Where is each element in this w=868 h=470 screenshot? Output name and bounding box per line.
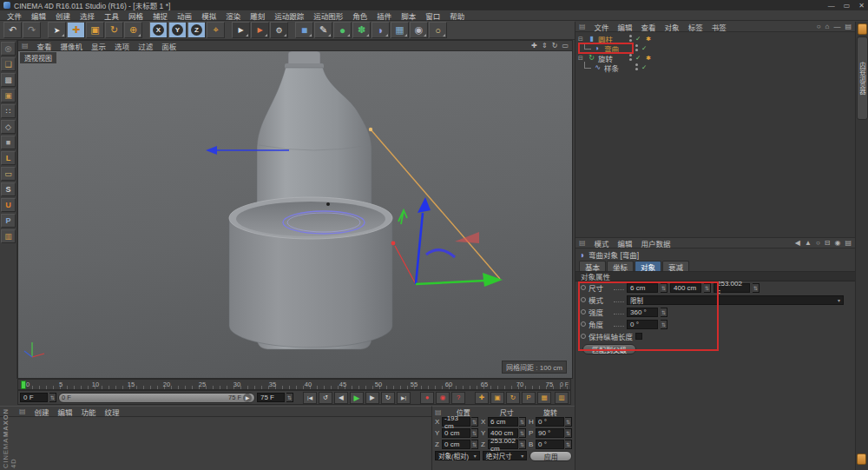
menu-window[interactable]: 窗口 <box>425 10 440 21</box>
perspective-viewport[interactable]: ▤ 查看 摄像机 显示 选项 过滤 面板 ✚ ⇕ ↻ ▭ 透视视图 <box>17 40 573 379</box>
object-row-cylinder[interactable]: ⊟ ▮ 圆柱 ✓ ✱ <box>575 34 855 43</box>
vp-menu-cameras[interactable]: 摄像机 <box>61 41 83 51</box>
timeline-ruler[interactable]: 0 5 10 15 20 25 30 35 40 45 50 55 60 65 … <box>17 379 571 390</box>
menu-create[interactable]: 创建 <box>56 10 70 21</box>
om-menu-tags[interactable]: 标签 <box>688 22 703 32</box>
size-x-field[interactable]: 6 cm <box>488 417 518 427</box>
play-backwards-button[interactable]: ↺ <box>319 392 332 404</box>
spline-pen-button[interactable]: ✎ <box>314 22 332 38</box>
goto-end-button[interactable]: ▶| <box>397 392 411 404</box>
mat-menu-function[interactable]: 功能 <box>82 407 96 417</box>
timeline-range-slider[interactable]: 0 F 75 F ▶ <box>58 393 255 403</box>
y-axis-lock[interactable]: Y <box>168 22 187 38</box>
goto-start-button[interactable]: |◀ <box>303 392 317 404</box>
texture-mode-button[interactable]: ▩ <box>1 73 16 87</box>
search-icon[interactable]: ○ <box>816 239 820 247</box>
pin-icon[interactable]: ◉ <box>834 239 840 247</box>
x-axis-handle[interactable] <box>395 246 416 284</box>
om-menu-view[interactable]: 查看 <box>641 22 656 32</box>
scale-tool[interactable]: ▣ <box>86 22 104 38</box>
start-frame-stepper[interactable]: ⇅ <box>49 393 56 402</box>
record-keyframe-button[interactable]: ● <box>420 392 434 404</box>
workplane-button[interactable]: P <box>1 214 16 228</box>
layers-tab-icon[interactable] <box>858 23 867 35</box>
render-region-button[interactable]: ▶ <box>251 22 269 38</box>
key-rotation-toggle[interactable]: ↻ <box>506 392 520 404</box>
object-name[interactable]: 样条 <box>604 63 627 73</box>
close-button[interactable]: ✕ <box>858 2 865 10</box>
size-y-field[interactable]: 400 cm <box>670 283 701 293</box>
redo-button[interactable]: ↷ <box>23 22 41 38</box>
vp-menu-view[interactable]: 查看 <box>37 41 52 51</box>
rot-h-field[interactable]: 0 ° <box>536 417 564 427</box>
menu-mograph[interactable]: 运动图形 <box>313 10 343 21</box>
keyframe-dot[interactable] <box>581 321 586 327</box>
tab-object[interactable]: 对象 <box>635 261 661 271</box>
angle-field[interactable]: 0 ° <box>627 320 658 329</box>
rot-p-field[interactable]: 90 ° <box>536 428 564 438</box>
pos-z-field[interactable]: 0 cm <box>442 440 470 449</box>
visibility-dots[interactable] <box>628 35 633 43</box>
enabled-check-icon[interactable]: ✓ <box>635 35 641 43</box>
size-x-field[interactable]: 6 cm <box>627 283 658 293</box>
visibility-dots[interactable] <box>635 63 639 71</box>
panel-icon[interactable]: ▤ <box>579 239 586 247</box>
menu-edit[interactable]: 编辑 <box>31 10 46 21</box>
strength-field[interactable]: 360 ° <box>627 308 658 317</box>
viewport-canvas[interactable] <box>18 51 572 378</box>
edges-mode-button[interactable]: ◇ <box>1 120 16 134</box>
tab-coordinates[interactable]: 坐标 <box>607 261 634 271</box>
keyframe-selection-button[interactable]: ? <box>451 392 465 404</box>
key-parameter-toggle[interactable]: P <box>522 392 536 404</box>
play-button[interactable]: ▶ <box>350 392 364 404</box>
lock-icon[interactable]: ⊟ <box>825 239 831 247</box>
am-menu-userdata[interactable]: 用户数据 <box>641 238 671 248</box>
coordinate-system-toggle[interactable]: ⌖ <box>207 22 225 38</box>
mode-dropdown[interactable]: 限制 ▾ <box>627 295 844 305</box>
y-axis-handle[interactable] <box>416 213 423 284</box>
render-view-button[interactable]: ▶ <box>232 22 250 38</box>
expand-icon[interactable]: ⊟ <box>578 36 585 43</box>
om-menu-objects[interactable]: 对象 <box>665 22 680 32</box>
bottom-tab-icon[interactable] <box>857 453 866 465</box>
last-used-tool[interactable]: ⊕ <box>124 22 142 38</box>
vp-toggle-icon[interactable]: ▭ <box>562 42 569 50</box>
am-menu-mode[interactable]: 模式 <box>595 238 609 248</box>
size-z-field[interactable]: 253.002 cm <box>488 440 518 449</box>
enable-axis-button[interactable]: L <box>1 151 16 165</box>
om-menu-bookmarks[interactable]: 书签 <box>712 22 727 32</box>
enabled-check-icon[interactable]: ✓ <box>641 63 647 71</box>
timeline-options-button[interactable]: ▥ <box>555 392 569 404</box>
om-menu-edit[interactable]: 编辑 <box>618 22 633 32</box>
vp-menu-options[interactable]: 选项 <box>115 41 129 51</box>
loop-button[interactable]: ↻ <box>381 392 395 404</box>
add-primitive-button[interactable]: ■ <box>295 22 313 38</box>
home-icon[interactable]: ⌂ <box>825 23 830 30</box>
vp-menu-display[interactable]: 显示 <box>91 41 106 51</box>
collapse-icon[interactable]: — <box>833 23 840 30</box>
object-properties-section[interactable]: 对象属性 <box>575 272 855 281</box>
panel-icon[interactable]: ▤ <box>579 23 586 30</box>
panel-icon[interactable]: ▤ <box>845 239 852 247</box>
keep-length-checkbox[interactable] <box>635 333 642 340</box>
pos-x-field[interactable]: -193 cm <box>442 417 470 427</box>
menu-help[interactable]: 帮助 <box>450 10 464 21</box>
enable-snap-button[interactable]: U <box>1 198 16 212</box>
coord-mode-dropdown[interactable]: 对象(相对)▾ <box>435 451 480 460</box>
make-editable-button[interactable]: ◎ <box>1 42 16 56</box>
mat-menu-texture[interactable]: 纹理 <box>105 407 120 417</box>
content-browser-tab[interactable]: 内容浏览器 <box>857 36 868 120</box>
menu-simulate[interactable]: 模拟 <box>201 10 216 21</box>
rot-b-field[interactable]: 0 ° <box>536 440 564 449</box>
live-selection-tool[interactable]: ➤ <box>48 22 66 38</box>
object-row-lathe[interactable]: ⊟ ↻ 旋转 ✓ ✱ <box>575 53 855 63</box>
light-button[interactable]: ○ <box>429 22 447 38</box>
keyframe-dot[interactable] <box>581 297 586 302</box>
visibility-dots[interactable] <box>635 44 639 52</box>
subdivision-surface-button[interactable]: ● <box>333 22 352 38</box>
menu-motion-tracker[interactable]: 运动跟踪 <box>274 10 304 21</box>
search-icon[interactable]: ○ <box>817 23 821 30</box>
enabled-check-icon[interactable]: ✓ <box>635 54 641 62</box>
om-menu-file[interactable]: 文件 <box>595 22 609 32</box>
keyframe-dot[interactable] <box>581 334 586 339</box>
